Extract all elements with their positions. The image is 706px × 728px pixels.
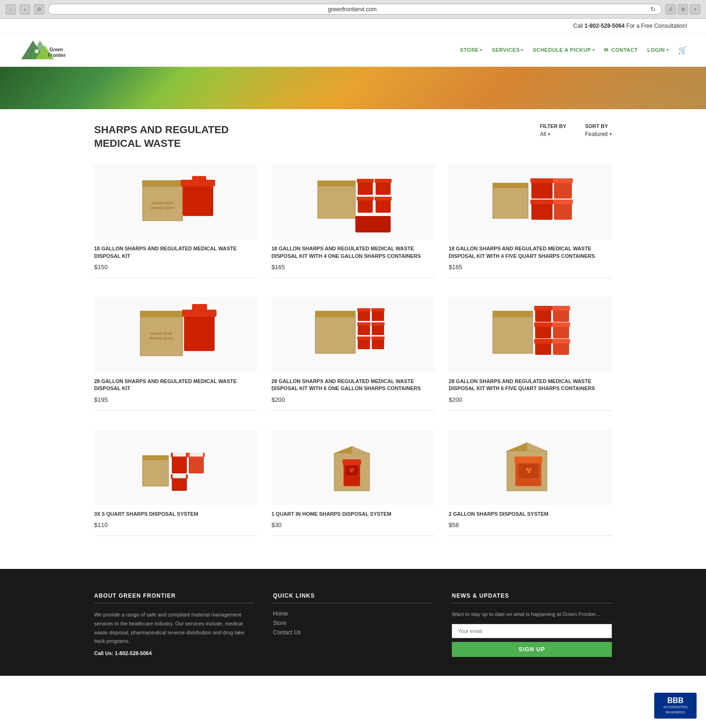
footer-signup-button[interactable]: SIGN UP (452, 642, 612, 657)
svg-rect-68 (552, 339, 570, 344)
svg-rect-39 (182, 310, 217, 317)
share-button[interactable]: ⎙ (666, 4, 676, 15)
product-card-9[interactable]: ☢ 2 GALLON SHARPS DISPOSAL SYSTEM $58 (449, 430, 612, 536)
svg-rect-26 (531, 181, 553, 199)
hero-banner (0, 67, 706, 109)
svg-rect-32 (554, 202, 572, 220)
nav-store[interactable]: STORE ▾ (460, 47, 482, 53)
svg-rect-35 (140, 311, 183, 317)
product-card-3[interactable]: 18 GALLON SHARPS AND REGULATED MEDICAL W… (449, 164, 612, 278)
footer-email-input[interactable] (452, 624, 612, 638)
product-price-9: $58 (449, 521, 612, 528)
footer-links-title: QUICK LINKS (273, 592, 433, 603)
new-tab-button[interactable]: ⧉ (678, 4, 688, 15)
login-chevron: ▾ (666, 48, 669, 52)
product-card-8[interactable]: ☢ 1 QUART IN HOME SHARPS DISPOSAL SYSTEM… (272, 430, 435, 536)
svg-rect-56 (493, 311, 533, 317)
menu-button[interactable]: + (690, 4, 700, 15)
schedule-chevron: ▾ (593, 48, 595, 52)
footer-link-store[interactable]: Store (273, 620, 433, 626)
svg-text:Disposal System: Disposal System (150, 206, 175, 210)
product-image-7 (94, 430, 257, 505)
svg-rect-28 (554, 181, 572, 199)
svg-text:☢: ☢ (525, 466, 532, 474)
svg-rect-57 (535, 309, 551, 322)
svg-rect-48 (357, 322, 370, 326)
footer-link-home[interactable]: Home (273, 610, 433, 617)
svg-rect-40 (192, 304, 207, 311)
footer-about-text: We provide a range of safe and compliant… (94, 610, 254, 646)
back-button[interactable]: ‹ (6, 4, 16, 15)
svg-rect-44 (357, 308, 370, 312)
svg-rect-75 (173, 453, 186, 456)
product-card-5[interactable]: 28 GALLON SHARPS AND REGULATED MEDICAL W… (272, 297, 435, 411)
product-name-8: 1 QUART IN HOME SHARPS DISPOSAL SYSTEM (272, 511, 435, 518)
svg-text:☢: ☢ (348, 466, 354, 474)
forward-button[interactable]: › (20, 4, 30, 15)
footer-quick-links: QUICK LINKS Home Store Contact Us (273, 592, 433, 657)
svg-rect-15 (358, 181, 373, 195)
svg-rect-21 (376, 199, 391, 213)
sidebar-button[interactable]: ⊟ (34, 4, 44, 15)
svg-rect-30 (531, 202, 553, 220)
product-card-1[interactable]: Medical Waste Disposal System 18 GALLON … (94, 164, 257, 278)
filter-chevron: ▾ (548, 132, 550, 136)
footer-news: NEWS & UPDATES Want to stay up to date o… (452, 592, 612, 657)
sort-group: SORT BY Featured ▾ (585, 123, 612, 137)
product-name-4: 28 GALLON SHARPS AND REGULATED MEDICAL W… (94, 378, 257, 392)
product-name-5: 28 GALLON SHARPS AND REGULATED MEDICAL W… (272, 378, 435, 392)
svg-rect-29 (553, 178, 573, 183)
product-price-1: $150 (94, 264, 257, 271)
product-card-7[interactable]: 3X 5 QUART SHARPS DISPOSAL SYSTEM $110 (94, 430, 257, 536)
svg-rect-70 (143, 456, 168, 460)
product-image-3 (449, 164, 612, 240)
product-image-2 (272, 164, 435, 240)
product-name-1: 18 GALLON SHARPS AND REGULATED MEDICAL W… (94, 245, 257, 260)
product-image-4: Medical Waste Disposal System (94, 297, 257, 372)
product-price-8: $30 (272, 521, 435, 528)
filter-select[interactable]: All ▾ (540, 131, 566, 137)
product-name-3: 18 GALLON SHARPS AND REGULATED MEDICAL W… (449, 245, 612, 260)
page-title: SHARPS AND REGULATED MEDICAL WASTE (94, 123, 259, 150)
svg-rect-63 (553, 325, 569, 338)
product-price-3: $165 (449, 264, 612, 271)
nav-contact[interactable]: CONTACT (604, 47, 638, 53)
logo-area[interactable]: Green Frontier (19, 38, 71, 62)
svg-text:Medical Waste: Medical Waste (151, 332, 173, 335)
svg-text:Frontier: Frontier (48, 53, 66, 58)
svg-marker-82 (352, 446, 369, 453)
svg-text:Green: Green (49, 47, 63, 52)
footer-link-contact[interactable]: Contact Us (273, 629, 433, 636)
call-label: Call (573, 23, 585, 29)
refresh-icon[interactable]: ↻ (650, 6, 656, 13)
product-price-4: $195 (94, 396, 257, 403)
svg-rect-64 (552, 322, 570, 327)
consultation-text: For a Free Consultation! (625, 23, 687, 29)
product-card-2[interactable]: 18 GALLON SHARPS AND REGULATED MEDICAL W… (272, 164, 435, 278)
svg-rect-6 (143, 181, 183, 221)
svg-rect-62 (534, 322, 552, 327)
product-card-6[interactable]: 28 GALLON SHARPS AND REGULATED MEDICAL W… (449, 297, 612, 411)
footer-about-title: ABOUT GREEN FRONTIER (94, 592, 254, 603)
svg-rect-61 (535, 325, 551, 338)
nav-login[interactable]: LOGIN ▾ (647, 47, 668, 53)
svg-text:Disposal System: Disposal System (149, 336, 174, 340)
svg-rect-33 (553, 200, 573, 204)
svg-rect-41 (315, 311, 355, 353)
svg-rect-18 (375, 179, 392, 183)
svg-rect-17 (376, 181, 391, 195)
svg-rect-54 (371, 336, 385, 340)
sort-select[interactable]: Featured ▾ (585, 131, 612, 137)
product-card-4[interactable]: Medical Waste Disposal System 28 GALLON … (94, 297, 257, 411)
svg-marker-89 (527, 442, 547, 451)
svg-point-3 (35, 49, 39, 53)
svg-rect-24 (493, 183, 528, 218)
url-bar[interactable]: greenfrontiervt.com ↻ (48, 4, 662, 15)
nav-services[interactable]: SERVICES ▾ (492, 47, 523, 53)
main-nav: STORE ▾ SERVICES ▾ SCHEDULE A PICKUP ▾ C… (460, 46, 687, 55)
footer-news-text: Want to stay up to date on what is happe… (452, 610, 612, 618)
product-name-6: 28 GALLON SHARPS AND REGULATED MEDICAL W… (449, 378, 612, 392)
nav-schedule[interactable]: SCHEDULE A PICKUP ▾ (533, 47, 594, 53)
svg-rect-50 (371, 322, 385, 326)
cart-icon[interactable]: 🛒 (678, 46, 687, 55)
